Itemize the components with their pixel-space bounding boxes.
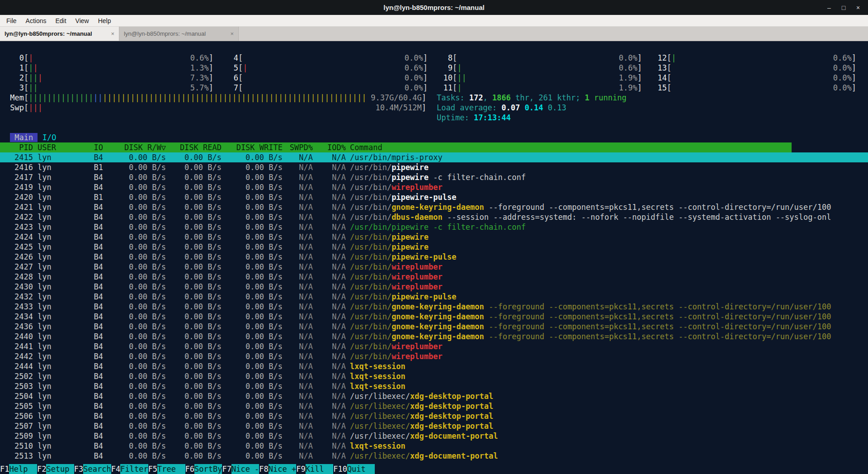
process-row-2505[interactable]: 2505lynB40.00 B/s0.00 B/s0.00 B/sN/AN/A/… (0, 401, 868, 411)
cell-disk-write: 0.00 B/s (222, 411, 283, 421)
cell-pid: 2513 (0, 451, 33, 461)
col-header-iod[interactable]: IOD% (313, 142, 346, 152)
cell-disk-rw: 0.00 B/s (103, 192, 166, 202)
cpu-meter-4: 4[0.0%] (224, 53, 428, 63)
process-row-2426[interactable]: 2426lynB40.00 B/s0.00 B/s0.00 B/sN/AN/A/… (0, 252, 868, 262)
title-bar[interactable]: lyn@lyn-b850mprors: ~/manual –□× (0, 0, 868, 15)
close-button[interactable]: × (853, 4, 863, 11)
terminal-tab-1[interactable]: lyn@lyn-b850mprors: ~/manual× (0, 27, 119, 41)
cpu-label: 11 (439, 83, 453, 93)
col-header-diskwrite[interactable]: DISK WRITE (222, 142, 283, 152)
fkey-setup[interactable]: F2Setup (37, 464, 74, 474)
process-row-2506[interactable]: 2506lynB40.00 B/s0.00 B/s0.00 B/sN/AN/A/… (0, 411, 868, 421)
process-row-2510[interactable]: 2510lynB40.00 B/s0.00 B/s0.00 B/sN/AN/Al… (0, 441, 868, 451)
col-header-diskread[interactable]: DISK READ (166, 142, 222, 152)
process-row-2509[interactable]: 2509lynB40.00 B/s0.00 B/s0.00 B/sN/AN/A/… (0, 431, 868, 441)
process-row-2440[interactable]: 2440lynB40.00 B/s0.00 B/s0.00 B/sN/AN/A/… (0, 332, 868, 341)
process-row-2417[interactable]: 2417lynB40.00 B/s0.00 B/s0.00 B/sN/AN/A/… (0, 172, 868, 182)
cpu-label: 14 (653, 73, 667, 83)
meter-bracket: ] (852, 63, 856, 73)
col-header-pid[interactable]: PID (0, 142, 33, 152)
meter-bars: ||||||||||||||||||||||||||||||||||||||||… (28, 93, 371, 103)
process-row-2416[interactable]: 2416lynB10.00 B/s0.00 B/s0.00 B/sN/AN/A/… (0, 162, 868, 172)
fkey-help[interactable]: F1Help (0, 464, 37, 474)
menu-file[interactable]: File (2, 16, 21, 26)
tab-close-icon[interactable]: × (230, 30, 234, 37)
process-row-2434[interactable]: 2434lynB40.00 B/s0.00 B/s0.00 B/sN/AN/A/… (0, 312, 868, 322)
process-row-2444[interactable]: 2444lynB40.00 B/s0.00 B/s0.00 B/sN/AN/Al… (0, 361, 868, 371)
maximize-button[interactable]: □ (838, 4, 849, 11)
fkey-tree[interactable]: F5Tree (148, 464, 185, 474)
fkey-quit[interactable]: F10Quit (333, 464, 375, 474)
process-row-2507[interactable]: 2507lynB40.00 B/s0.00 B/s0.00 B/sN/AN/A/… (0, 421, 868, 431)
process-row-2441[interactable]: 2441lynB40.00 B/s0.00 B/s0.00 B/sN/AN/A/… (0, 341, 868, 351)
col-header-io[interactable]: IO (87, 142, 103, 152)
fkey-filter[interactable]: F4Filter (111, 464, 148, 474)
cell-iod: N/A (313, 381, 346, 391)
menu-edit[interactable]: Edit (51, 16, 71, 26)
cell-pid: 2430 (0, 282, 33, 292)
process-row-2513[interactable]: 2513lynB40.00 B/s0.00 B/s0.00 B/sN/AN/A/… (0, 451, 868, 461)
fkey-label: Tree (157, 464, 185, 474)
cell-io: B4 (87, 252, 103, 262)
process-row-2502[interactable]: 2502lynB40.00 B/s0.00 B/s0.00 B/sN/AN/Al… (0, 371, 868, 381)
cell-pid: 2427 (0, 262, 33, 272)
process-row-2423[interactable]: 2423lynB40.00 B/s0.00 B/s0.00 B/sN/AN/A/… (0, 222, 868, 232)
screen-tab-main[interactable]: Main (10, 133, 38, 142)
col-header-user[interactable]: USER (38, 142, 87, 152)
cpu-meter-6: 6[0.0%] (224, 73, 428, 83)
cpu-percent: 0.0% (405, 53, 423, 63)
menu-help[interactable]: Help (94, 16, 116, 26)
menu-view[interactable]: View (71, 16, 94, 26)
process-row-2503[interactable]: 2503lynB40.00 B/s0.00 B/s0.00 B/sN/AN/Al… (0, 381, 868, 391)
cell-disk-write: 0.00 B/s (222, 391, 283, 401)
process-row-2428[interactable]: 2428lynB40.00 B/s0.00 B/s0.00 B/sN/AN/A/… (0, 272, 868, 282)
process-row-2436[interactable]: 2436lynB40.00 B/s0.00 B/s0.00 B/sN/AN/A/… (0, 322, 868, 332)
cell-command: /usr/bin/pipewire-pulse (350, 192, 868, 202)
cell-pid: 2422 (0, 212, 33, 222)
process-row-2420[interactable]: 2420lynB10.00 B/s0.00 B/s0.00 B/sN/AN/A/… (0, 192, 868, 202)
col-header-diskrw[interactable]: DISK R/W▽ (103, 142, 166, 152)
process-row-2425[interactable]: 2425lynB40.00 B/s0.00 B/s0.00 B/sN/AN/A/… (0, 242, 868, 252)
cell-pid: 2441 (0, 341, 33, 351)
meter-label: Mem (10, 93, 24, 103)
process-row-2432[interactable]: 2432lynB40.00 B/s0.00 B/s0.00 B/sN/AN/A/… (0, 292, 868, 302)
process-row-2424[interactable]: 2424lynB40.00 B/s0.00 B/s0.00 B/sN/AN/A/… (0, 232, 868, 242)
fkey-sortby[interactable]: F6SortBy (185, 464, 222, 474)
fkey-kill[interactable]: F9Kill (296, 464, 333, 474)
fkey-search[interactable]: F3Search (74, 464, 111, 474)
cell-disk-read: 0.00 B/s (166, 222, 222, 232)
cell-disk-write: 0.00 B/s (222, 351, 283, 361)
cell-disk-rw: 0.00 B/s (103, 361, 166, 371)
process-row-2430[interactable]: 2430lynB40.00 B/s0.00 B/s0.00 B/sN/AN/A/… (0, 282, 868, 292)
cell-disk-read: 0.00 B/s (166, 312, 222, 322)
fkey-nice[interactable]: F8Nice + (259, 464, 296, 474)
process-row-2415[interactable]: 2415lynB40.00 B/s0.00 B/s0.00 B/sN/AN/A/… (0, 152, 868, 162)
col-header-swpd[interactable]: SWPD% (283, 142, 313, 152)
process-row-2427[interactable]: 2427lynB40.00 B/s0.00 B/s0.00 B/sN/AN/A/… (0, 262, 868, 272)
cpu-percent: 0.0% (833, 73, 852, 83)
process-row-2422[interactable]: 2422lynB40.00 B/s0.00 B/s0.00 B/sN/AN/A/… (0, 212, 868, 222)
process-row-2433[interactable]: 2433lynB40.00 B/s0.00 B/s0.00 B/sN/AN/A/… (0, 302, 868, 312)
minimize-button[interactable]: – (824, 4, 835, 11)
fkey-nice[interactable]: F7Nice - (222, 464, 259, 474)
cell-user: lyn (38, 162, 87, 172)
meter-bars: | (671, 53, 833, 63)
col-header-command[interactable]: Command (350, 142, 792, 152)
screen-tab-io[interactable]: I/O (38, 133, 61, 142)
cpu-meter-3: 3[||5.7%] (10, 83, 213, 93)
swap-meter: Swp[|||10.4M/512M] (10, 103, 426, 113)
cell-pid: 2420 (0, 192, 33, 202)
meter-bracket: ] (209, 73, 213, 83)
meter-bars: || (28, 83, 190, 93)
menu-actions[interactable]: Actions (21, 16, 51, 26)
process-row-2419[interactable]: 2419lynB40.00 B/s0.00 B/s0.00 B/sN/AN/A/… (0, 182, 868, 192)
fkey-label: Nice + (269, 464, 296, 474)
process-row-2421[interactable]: 2421lynB40.00 B/s0.00 B/s0.00 B/sN/AN/A/… (0, 202, 868, 212)
process-row-2442[interactable]: 2442lynB40.00 B/s0.00 B/s0.00 B/sN/AN/A/… (0, 351, 868, 361)
cell-user: lyn (38, 262, 87, 272)
process-row-2504[interactable]: 2504lynB40.00 B/s0.00 B/s0.00 B/sN/AN/A/… (0, 391, 868, 401)
tab-close-icon[interactable]: × (111, 30, 114, 37)
terminal-tab-2[interactable]: lyn@lyn-b850mprors: ~/manual× (119, 27, 239, 41)
meter-bracket: ] (637, 63, 642, 73)
